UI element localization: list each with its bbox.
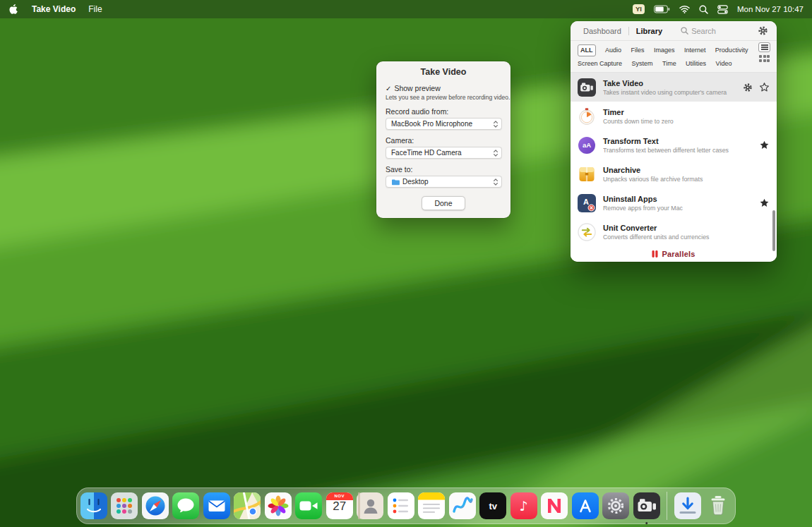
- favorite-star-filled-icon[interactable]: [759, 198, 770, 208]
- dock-app-store[interactable]: [572, 492, 599, 519]
- preview-hint-text: Lets you see a preview before recording …: [386, 94, 511, 101]
- dock-photos[interactable]: [265, 492, 292, 519]
- search-placeholder: Search: [691, 27, 716, 35]
- category-audio[interactable]: Audio: [605, 45, 621, 56]
- dock-system-settings[interactable]: [602, 492, 629, 519]
- spotlight-search-icon[interactable]: [699, 5, 708, 14]
- dock-facetime[interactable]: [295, 492, 322, 519]
- tool-name: Take Video: [603, 79, 739, 87]
- record-audio-select[interactable]: MacBook Pro Microphone: [386, 118, 502, 130]
- tool-desc: Converts different units and currencies: [603, 234, 770, 241]
- camera-label: Camera:: [386, 136, 511, 145]
- grid-view-icon[interactable]: [758, 55, 770, 62]
- show-preview-label: Show preview: [394, 84, 440, 92]
- tab-dashboard[interactable]: Dashboard: [579, 27, 626, 35]
- dock-trash[interactable]: [705, 492, 732, 519]
- tool-row-take-video[interactable]: Take Video Takes instant video using com…: [571, 73, 777, 102]
- dock-mail[interactable]: [203, 492, 230, 519]
- save-to-select[interactable]: Desktop: [386, 176, 502, 188]
- dock-take-video[interactable]: [633, 492, 660, 519]
- popup-chevrons-icon: [491, 119, 500, 128]
- popup-chevrons-icon: [491, 177, 500, 186]
- dock-reminders[interactable]: [388, 492, 414, 519]
- category-productivity[interactable]: Productivity: [715, 45, 748, 56]
- tool-desc: Unpacks various file archive formats: [603, 176, 770, 183]
- tool-row-timer[interactable]: Timer Counts down time to zero: [571, 102, 777, 131]
- toolbox-header: Dashboard Library Search ALL Audio Files…: [571, 21, 777, 73]
- apple-menu-icon[interactable]: [8, 4, 19, 16]
- tab-divider: [628, 27, 629, 35]
- category-utilities[interactable]: Utilities: [686, 59, 706, 69]
- active-app-menu[interactable]: Take Video: [32, 4, 76, 14]
- uninstall-apps-glyph: A: [578, 194, 596, 212]
- tool-name: Transform Text: [603, 137, 755, 145]
- toolbox-search-input[interactable]: Search: [681, 27, 716, 35]
- uninstall-apps-tool-icon: A: [578, 194, 596, 212]
- dock-freeform[interactable]: [449, 492, 476, 519]
- parallels-toolbox-window: Dashboard Library Search ALL Audio Files…: [571, 21, 777, 262]
- dock-launchpad[interactable]: [111, 492, 138, 519]
- dock-safari[interactable]: [142, 492, 169, 519]
- tool-row-uninstall-apps[interactable]: A Uninstall Apps Remove apps from your M…: [571, 188, 777, 217]
- tool-row-transform-text[interactable]: aA Transform Text Transforms text betwee…: [571, 131, 777, 159]
- tool-settings-gear-icon[interactable]: [743, 83, 753, 92]
- tool-row-unarchive[interactable]: Unarchive Unpacks various file archive f…: [571, 159, 777, 188]
- calendar-month-label: NOV: [326, 494, 353, 498]
- tool-desc: Takes instant video using computer's cam…: [603, 89, 739, 96]
- dock: NOV 27 tv ♪: [76, 487, 736, 524]
- toolbox-settings-gear-icon[interactable]: [758, 25, 768, 36]
- dock-calendar[interactable]: NOV 27: [326, 492, 353, 519]
- control-center-icon[interactable]: [717, 5, 728, 14]
- dock-messages[interactable]: [172, 492, 199, 519]
- menu-bar-clock[interactable]: Mon Nov 27 10:47: [737, 5, 804, 13]
- category-system[interactable]: System: [632, 59, 653, 69]
- list-view-icon[interactable]: [758, 42, 770, 52]
- dock-maps[interactable]: [234, 492, 261, 519]
- music-note-glyph: ♪: [520, 498, 528, 514]
- dock-music[interactable]: ♪: [511, 492, 537, 519]
- wifi-icon[interactable]: [679, 5, 690, 13]
- tool-desc: Remove apps from your Mac: [603, 205, 755, 212]
- tool-row-unit-converter[interactable]: Unit Converter Converts different units …: [571, 217, 777, 246]
- transform-text-tool-icon: aA: [578, 136, 596, 155]
- show-preview-checkbox[interactable]: ✓ Show preview: [386, 84, 511, 92]
- dialog-title: Take Video: [376, 67, 511, 77]
- record-audio-label: Record audio from:: [386, 107, 511, 116]
- parallels-wordmark: Parallels: [662, 250, 695, 258]
- dock-contacts[interactable]: [357, 492, 383, 519]
- unarchive-tool-icon: [578, 165, 596, 183]
- battery-icon[interactable]: [654, 5, 670, 13]
- tab-library[interactable]: Library: [632, 27, 667, 35]
- category-all[interactable]: ALL: [578, 44, 596, 56]
- transform-text-glyph: aA: [578, 136, 596, 155]
- dock-tv[interactable]: tv: [479, 492, 506, 519]
- save-to-label: Save to:: [386, 165, 511, 174]
- tv-label: tv: [489, 501, 497, 511]
- running-indicator-dot: [645, 522, 648, 525]
- tool-desc: Counts down time to zero: [603, 118, 770, 125]
- category-time[interactable]: Time: [662, 59, 676, 69]
- dock-news[interactable]: [541, 492, 568, 519]
- file-menu[interactable]: File: [88, 4, 102, 14]
- dock-notes[interactable]: [418, 492, 445, 519]
- category-files[interactable]: Files: [631, 45, 644, 56]
- parallels-logo-icon: [652, 250, 659, 258]
- category-internet[interactable]: Internet: [684, 45, 706, 56]
- favorite-star-filled-icon[interactable]: [759, 140, 770, 150]
- save-to-value: Desktop: [402, 178, 491, 186]
- dock-finder[interactable]: [80, 492, 107, 519]
- parallels-footer: Parallels: [571, 246, 777, 262]
- dock-downloads[interactable]: [674, 492, 701, 519]
- tool-name: Unit Converter: [603, 224, 770, 232]
- done-button[interactable]: Done: [422, 196, 465, 210]
- input-source-badge[interactable]: YI: [633, 4, 645, 14]
- camera-select[interactable]: FaceTime HD Camera: [386, 147, 502, 159]
- category-video[interactable]: Video: [716, 59, 732, 69]
- tool-name: Uninstall Apps: [603, 195, 755, 203]
- panel-scrollbar[interactable]: [772, 210, 775, 251]
- take-video-dialog: Take Video ✓ Show preview Lets you see a…: [376, 61, 511, 218]
- category-images[interactable]: Images: [654, 45, 675, 56]
- tool-name: Unarchive: [603, 166, 770, 174]
- category-screen-capture[interactable]: Screen Capture: [578, 59, 622, 69]
- favorite-star-outline-icon[interactable]: [759, 82, 770, 92]
